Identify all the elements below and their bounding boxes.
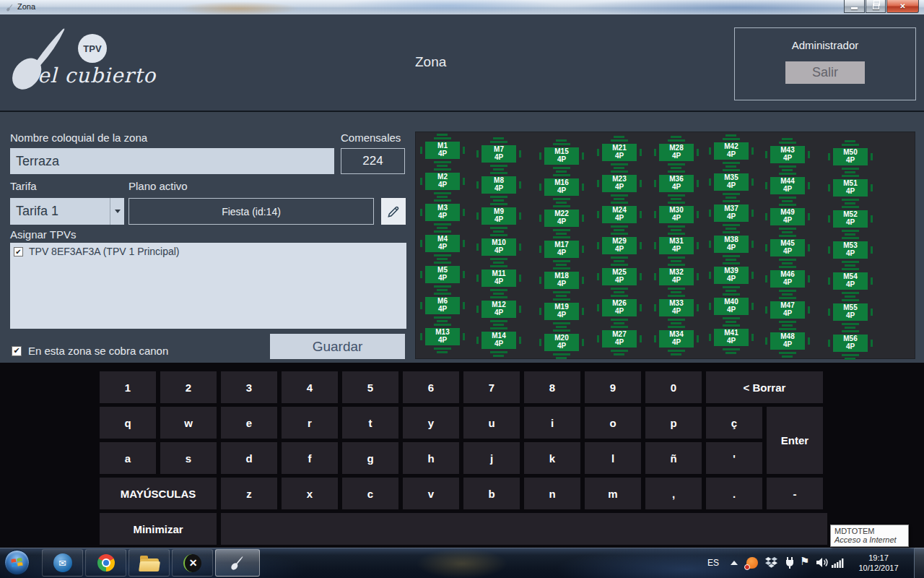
table-M23[interactable]: M234P bbox=[602, 175, 637, 192]
hidden-icons-arrow[interactable] bbox=[731, 561, 738, 565]
key-9[interactable]: 9 bbox=[585, 371, 641, 403]
key-6[interactable]: 6 bbox=[403, 371, 459, 403]
key-minimizar[interactable]: Minimizar bbox=[100, 513, 217, 545]
table-M41[interactable]: M414P bbox=[714, 329, 749, 346]
key-e[interactable]: e bbox=[221, 407, 277, 439]
zone-name-input[interactable]: Terraza bbox=[10, 148, 334, 174]
key-z[interactable]: z bbox=[221, 478, 277, 509]
table-M36[interactable]: M364P bbox=[659, 175, 694, 192]
canon-checkbox[interactable]: ✔ bbox=[12, 346, 22, 356]
table-M32[interactable]: M324P bbox=[659, 268, 694, 285]
clock[interactable]: 19:17 10/12/2017 bbox=[853, 553, 904, 573]
key-b[interactable]: b bbox=[463, 478, 520, 509]
table-M13[interactable]: M134P bbox=[425, 328, 460, 345]
table-M52[interactable]: M524P bbox=[833, 210, 868, 228]
key-,[interactable]: , bbox=[645, 478, 702, 509]
key-0[interactable]: 0 bbox=[645, 371, 702, 403]
key-4[interactable]: 4 bbox=[282, 371, 338, 403]
key-1[interactable]: 1 bbox=[100, 371, 156, 403]
table-M18[interactable]: M184P bbox=[544, 272, 579, 289]
key-m[interactable]: m bbox=[585, 478, 641, 509]
table-M34[interactable]: M344P bbox=[659, 330, 694, 348]
table-M51[interactable]: M514P bbox=[833, 179, 868, 197]
tray-action-center[interactable]: ⚑ bbox=[800, 555, 809, 568]
table-M30[interactable]: M304P bbox=[659, 206, 694, 223]
table-M45[interactable]: M454P bbox=[770, 239, 805, 256]
key-j[interactable]: j bbox=[463, 442, 520, 474]
key-ç[interactable]: ç bbox=[706, 407, 762, 439]
edit-plan-button[interactable] bbox=[381, 198, 406, 225]
tariff-select-arrow[interactable] bbox=[110, 198, 124, 225]
key-r[interactable]: r bbox=[282, 407, 338, 439]
restore-button[interactable] bbox=[866, 0, 886, 13]
taskbar-app-thunderbird[interactable]: ✉ bbox=[42, 549, 83, 577]
table-M38[interactable]: M384P bbox=[714, 236, 749, 253]
table-M28[interactable]: M284P bbox=[659, 144, 694, 161]
table-M31[interactable]: M314P bbox=[659, 237, 694, 254]
table-M16[interactable]: M164P bbox=[544, 178, 579, 196]
table-M47[interactable]: M474P bbox=[770, 301, 805, 319]
key-7[interactable]: 7 bbox=[463, 371, 520, 403]
table-M2[interactable]: M24P bbox=[425, 173, 460, 190]
key-mayúsculas[interactable]: MAYÚSCULAS bbox=[100, 478, 217, 509]
key-space[interactable] bbox=[221, 513, 827, 545]
key-l[interactable]: l bbox=[585, 442, 641, 474]
active-plan-button[interactable]: Fiesta (id:14) bbox=[128, 198, 374, 225]
key-s[interactable]: s bbox=[160, 442, 217, 474]
table-M15[interactable]: M154P bbox=[544, 147, 579, 165]
key-y[interactable]: y bbox=[403, 407, 459, 439]
show-desktop-button[interactable] bbox=[914, 548, 924, 578]
table-M24[interactable]: M244P bbox=[602, 206, 637, 223]
key-3[interactable]: 3 bbox=[221, 371, 277, 403]
key-2[interactable]: 2 bbox=[160, 371, 217, 403]
table-M44[interactable]: M444P bbox=[770, 177, 805, 194]
table-M39[interactable]: M394P bbox=[714, 267, 749, 284]
table-M40[interactable]: M404P bbox=[714, 298, 749, 315]
tray-network[interactable] bbox=[832, 558, 844, 568]
key-< borrar[interactable]: < Borrar bbox=[706, 371, 823, 403]
taskbar-app-x[interactable]: ✕ bbox=[172, 549, 213, 577]
tray-dropbox[interactable] bbox=[765, 557, 777, 569]
key-g[interactable]: g bbox=[342, 442, 398, 474]
table-M9[interactable]: M94P bbox=[481, 207, 516, 225]
table-M11[interactable]: M114P bbox=[481, 269, 516, 287]
table-M7[interactable]: M74P bbox=[481, 145, 516, 163]
tpv-listbox[interactable]: ✔ TPV 8EF3AF3A (TPV 1 Principal) bbox=[10, 243, 406, 329]
table-M26[interactable]: M264P bbox=[602, 299, 637, 316]
table-M49[interactable]: M494P bbox=[770, 208, 805, 225]
tray-device-install[interactable] bbox=[784, 556, 796, 569]
minimize-button[interactable] bbox=[844, 0, 865, 13]
table-M5[interactable]: M54P bbox=[425, 266, 460, 283]
key-n[interactable]: n bbox=[524, 478, 580, 509]
key-w[interactable]: w bbox=[160, 407, 217, 439]
table-M19[interactable]: M194P bbox=[544, 303, 579, 320]
table-M56[interactable]: M564P bbox=[833, 335, 868, 352]
key-.[interactable]: . bbox=[706, 478, 762, 509]
canon-option[interactable]: ✔ En esta zona se cobra canon bbox=[12, 345, 168, 357]
tray-avast[interactable] bbox=[746, 557, 758, 569]
table-M22[interactable]: M224P bbox=[544, 210, 579, 227]
start-button[interactable] bbox=[4, 550, 30, 575]
tray-volume[interactable] bbox=[816, 557, 829, 568]
taskbar-app-chrome[interactable] bbox=[85, 549, 126, 577]
table-M25[interactable]: M254P bbox=[602, 268, 637, 285]
table-M42[interactable]: M424P bbox=[714, 142, 749, 160]
table-M8[interactable]: M84P bbox=[481, 176, 516, 194]
table-M27[interactable]: M274P bbox=[602, 330, 637, 348]
key-d[interactable]: d bbox=[221, 442, 277, 474]
table-M21[interactable]: M214P bbox=[602, 144, 637, 161]
table-M50[interactable]: M504P bbox=[833, 148, 868, 165]
table-M43[interactable]: M434P bbox=[770, 146, 805, 163]
table-M10[interactable]: M104P bbox=[481, 238, 516, 256]
close-button[interactable]: ✕ bbox=[886, 0, 919, 13]
table-M14[interactable]: M144P bbox=[481, 332, 516, 349]
tpv-list-item[interactable]: ✔ TPV 8EF3AF3A (TPV 1 Principal) bbox=[14, 246, 180, 257]
taskbar-app-explorer[interactable] bbox=[128, 549, 170, 577]
save-button[interactable]: Guardar bbox=[270, 334, 405, 359]
table-M20[interactable]: M204P bbox=[544, 334, 579, 351]
tariff-select[interactable]: Tarifa 1 bbox=[10, 198, 124, 225]
key-v[interactable]: v bbox=[403, 478, 459, 509]
key-p[interactable]: p bbox=[645, 407, 702, 439]
table-M37[interactable]: M374P bbox=[714, 204, 749, 222]
taskbar-app-tpv-active[interactable] bbox=[215, 549, 260, 577]
